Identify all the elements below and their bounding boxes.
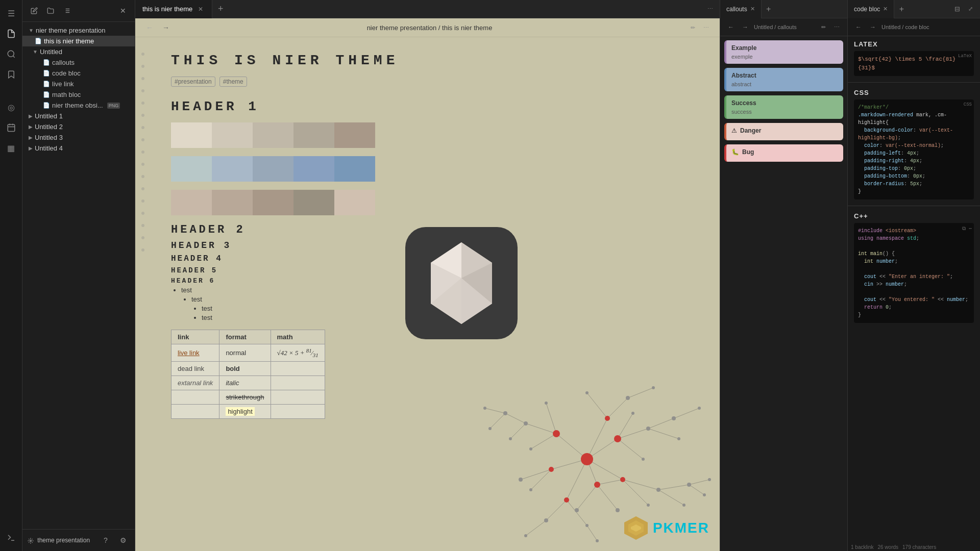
editor-content[interactable]: THIS IS NIER THEME #presentation #theme …: [135, 37, 720, 551]
callouts-content: Example exemple Abstract abstract Succes…: [720, 36, 847, 551]
more-options-icon[interactable]: ⋯: [704, 4, 716, 15]
callouts-new-tab[interactable]: +: [762, 2, 776, 16]
edit-icon[interactable]: ✏: [818, 21, 829, 33]
folder-arrow-icon: ▼: [29, 28, 34, 33]
folder-label: Untitled 2: [35, 123, 63, 131]
tab-label: this is nier theme: [142, 5, 192, 13]
table-cell: strikethrough: [219, 390, 271, 404]
panel-forward-button[interactable]: →: [740, 21, 751, 33]
svg-point-78: [647, 504, 650, 507]
svg-point-73: [616, 508, 620, 512]
search-icon[interactable]: [2, 45, 20, 63]
more-icon[interactable]: ⋯: [700, 22, 712, 33]
file-icon: 📄: [43, 102, 50, 109]
back-button[interactable]: ←: [143, 21, 156, 34]
help-button[interactable]: ?: [99, 534, 112, 547]
svg-rect-2: [8, 124, 15, 132]
svg-point-59: [581, 453, 593, 465]
svg-point-89: [524, 534, 527, 537]
css-code-block: CSS /*marker*/ .markdown-rendered mark, …: [854, 99, 974, 199]
word-count: 26 words: [877, 544, 898, 550]
new-note-button[interactable]: [28, 4, 41, 17]
callout-header: Success: [731, 99, 838, 107]
terminal-icon[interactable]: [2, 529, 20, 547]
bookmark-icon[interactable]: [2, 65, 20, 84]
callout-header: Example: [731, 44, 838, 52]
pkmer-label: PKMER: [653, 520, 709, 536]
svg-point-92: [483, 407, 486, 410]
svg-point-0: [8, 51, 14, 57]
tree-root-folder[interactable]: ▼ nier theme presentation: [22, 25, 135, 36]
callouts-breadcrumb: Untitled / callouts: [754, 24, 815, 30]
sidebar-item-nier-obsi[interactable]: 📄 nier theme obsi... PNG: [22, 100, 135, 111]
code-tab[interactable]: code bloc ✕: [848, 0, 894, 18]
tab-nier-theme[interactable]: this is nier theme ✕: [135, 0, 212, 18]
callout-header: 🐛 Bug: [731, 148, 838, 156]
callout-body: success: [731, 109, 838, 115]
svg-point-67: [524, 421, 528, 425]
panel-back-button[interactable]: ←: [725, 21, 737, 33]
graph-icon[interactable]: ◎: [2, 98, 20, 116]
new-folder-button[interactable]: [44, 4, 57, 17]
table-cell: highlight: [219, 404, 271, 418]
code-tab-label: code bloc: [854, 6, 880, 13]
sidebar-item-nier-theme[interactable]: 📄 this is nier theme: [22, 36, 135, 46]
svg-point-61: [614, 435, 621, 442]
sidebar-item-code-bloc[interactable]: 📄 code bloc: [22, 68, 135, 79]
svg-point-81: [626, 396, 630, 400]
tree-untitled3-folder[interactable]: ▶ Untitled 3: [22, 132, 135, 143]
close-panel-button[interactable]: ✕: [116, 4, 130, 17]
code-new-tab[interactable]: +: [894, 2, 909, 16]
more-icon[interactable]: ⋯: [831, 21, 842, 33]
table-cell: [271, 375, 325, 390]
svg-point-91: [652, 386, 655, 389]
callouts-tab-close[interactable]: ✕: [750, 6, 755, 12]
forward-button[interactable]: →: [160, 21, 172, 34]
table-cell: italic: [219, 375, 271, 390]
callout-title: Abstract: [731, 72, 756, 79]
callout-title: Bug: [742, 148, 754, 156]
sidebar-item-callouts[interactable]: 📄 callouts: [22, 57, 135, 68]
item-label: callouts: [52, 59, 75, 66]
code-panel-header: ← → Untitled / code bloc: [848, 18, 980, 36]
split-view-icon[interactable]: ⊟: [951, 4, 963, 15]
sort-button[interactable]: [60, 4, 74, 17]
callout-success: Success success: [724, 95, 843, 119]
table-cell: dead link: [172, 361, 219, 375]
table-row: dead link bold: [172, 361, 325, 375]
layers-icon[interactable]: ▦: [2, 139, 20, 157]
backlink-count: 1 backlink: [851, 544, 873, 550]
new-tab-button[interactable]: +: [212, 1, 229, 17]
table-header-math: math: [271, 330, 325, 344]
tree-untitled-folder[interactable]: ▼ Untitled: [22, 46, 135, 57]
tree-untitled4-folder[interactable]: ▶ Untitled 4: [22, 143, 135, 154]
panel-back-button[interactable]: ←: [853, 21, 864, 33]
pkmer-watermark: PKMER: [623, 515, 709, 541]
callouts-tab-bar: callouts ✕ +: [720, 0, 847, 18]
copy-button[interactable]: ⧉ ⋯: [962, 225, 972, 233]
callout-header: Abstract: [731, 72, 838, 79]
callouts-controls: ✏ ⋯: [818, 21, 842, 33]
svg-point-64: [620, 477, 625, 482]
edit-icon[interactable]: ✏: [687, 22, 698, 33]
tab-close-button[interactable]: ✕: [197, 5, 205, 13]
svg-point-65: [564, 497, 569, 503]
tag-presentation: #presentation: [171, 77, 215, 87]
code-tab-close[interactable]: ✕: [883, 6, 888, 12]
settings-button[interactable]: ⚙: [116, 534, 130, 547]
svg-point-75: [519, 478, 523, 482]
table-cell: [271, 404, 325, 418]
sidebar-item-math-bloc[interactable]: 📄 math bloc: [22, 89, 135, 100]
callout-title: Danger: [740, 127, 761, 134]
tree-untitled1-folder[interactable]: ▶ Untitled 1: [22, 111, 135, 121]
calendar-icon[interactable]: [2, 118, 20, 137]
panel-forward-button[interactable]: →: [867, 21, 878, 33]
table-cell[interactable]: live link: [172, 344, 219, 362]
sidebar-item-live-link[interactable]: 📄 live link: [22, 79, 135, 89]
files-icon[interactable]: [2, 24, 20, 43]
tree-untitled2-folder[interactable]: ▶ Untitled 2: [22, 121, 135, 132]
callouts-tab[interactable]: callouts ✕: [720, 0, 762, 18]
expand-icon[interactable]: ⤢: [965, 4, 976, 15]
item-label: nier theme obsi...: [52, 102, 103, 109]
sidebar-toggle-icon[interactable]: ☰: [2, 4, 20, 22]
